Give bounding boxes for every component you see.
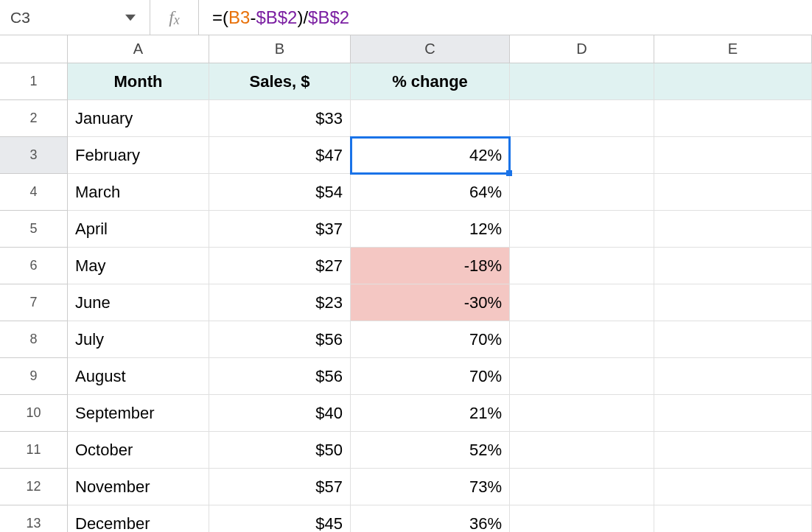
column-header-A[interactable]: A <box>68 35 209 63</box>
row-header-5[interactable]: 5 <box>0 211 68 248</box>
cell-E6[interactable] <box>654 248 812 284</box>
fx-icon[interactable]: fx <box>150 0 199 35</box>
spreadsheet-grid[interactable]: ABCDE1MonthSales, $% change2January$333F… <box>0 35 812 532</box>
cell-E11[interactable] <box>654 432 812 469</box>
select-all-corner[interactable] <box>0 35 68 63</box>
cell-E9[interactable] <box>654 358 812 395</box>
column-header-B[interactable]: B <box>209 35 351 63</box>
cell-D13[interactable] <box>510 505 654 532</box>
cell-D9[interactable] <box>510 358 654 395</box>
cell-E8[interactable] <box>654 321 812 358</box>
cell-A4[interactable]: March <box>68 174 209 211</box>
cell-C7[interactable]: -30% <box>351 284 510 321</box>
cell-A10[interactable]: September <box>68 395 209 432</box>
row-header-13[interactable]: 13 <box>0 505 68 532</box>
cell-B2[interactable]: $33 <box>209 100 351 137</box>
cell-C6[interactable]: -18% <box>351 248 510 284</box>
cell-A9[interactable]: August <box>68 358 209 395</box>
cell-D12[interactable] <box>510 469 654 505</box>
cell-E13[interactable] <box>654 505 812 532</box>
row-header-8[interactable]: 8 <box>0 321 68 358</box>
cell-B3[interactable]: $47 <box>209 137 351 174</box>
cell-D10[interactable] <box>510 395 654 432</box>
row-header-11[interactable]: 11 <box>0 432 68 469</box>
cell-E1[interactable] <box>654 63 812 100</box>
cell-D7[interactable] <box>510 284 654 321</box>
cell-E4[interactable] <box>654 174 812 211</box>
row-header-6[interactable]: 6 <box>0 248 68 284</box>
cell-C4[interactable]: 64% <box>351 174 510 211</box>
cell-value: 70% <box>469 330 502 349</box>
row-header-label: 11 <box>26 442 41 458</box>
row-header-10[interactable]: 10 <box>0 395 68 432</box>
cell-D8[interactable] <box>510 321 654 358</box>
cell-A6[interactable]: May <box>68 248 209 284</box>
cell-value: June <box>75 293 111 312</box>
cell-D4[interactable] <box>510 174 654 211</box>
name-box-dropdown[interactable] <box>111 0 150 35</box>
cell-A7[interactable]: June <box>68 284 209 321</box>
cell-B4[interactable]: $54 <box>209 174 351 211</box>
cell-C11[interactable]: 52% <box>351 432 510 469</box>
cell-B8[interactable]: $56 <box>209 321 351 358</box>
cell-E10[interactable] <box>654 395 812 432</box>
cell-D6[interactable] <box>510 248 654 284</box>
name-box[interactable]: C3 <box>0 0 111 35</box>
column-header-C[interactable]: C <box>351 35 510 63</box>
row-header-1[interactable]: 1 <box>0 63 68 100</box>
cell-E7[interactable] <box>654 284 812 321</box>
column-header-D[interactable]: D <box>510 35 654 63</box>
cell-A12[interactable]: November <box>68 469 209 505</box>
cell-value: September <box>75 404 155 423</box>
formula-segment: - <box>250 7 256 28</box>
cell-value: -30% <box>464 293 502 312</box>
row-header-9[interactable]: 9 <box>0 358 68 395</box>
cell-C3[interactable]: 42% <box>351 137 510 174</box>
column-header-label: A <box>133 41 143 57</box>
cell-C8[interactable]: 70% <box>351 321 510 358</box>
cell-B6[interactable]: $27 <box>209 248 351 284</box>
row-header-2[interactable]: 2 <box>0 100 68 137</box>
cell-C12[interactable]: 73% <box>351 469 510 505</box>
cell-value: 64% <box>469 183 502 202</box>
cell-E3[interactable] <box>654 137 812 174</box>
formula-input[interactable]: = ( B3 - $B$2 ) / $B$2 <box>199 0 812 35</box>
row-header-4[interactable]: 4 <box>0 174 68 211</box>
cell-A3[interactable]: February <box>68 137 209 174</box>
cell-C1[interactable]: % change <box>351 63 510 100</box>
cell-C9[interactable]: 70% <box>351 358 510 395</box>
column-header-E[interactable]: E <box>654 35 812 63</box>
cell-A13[interactable]: December <box>68 505 209 532</box>
cell-B12[interactable]: $57 <box>209 469 351 505</box>
cell-D3[interactable] <box>510 137 654 174</box>
cell-A1[interactable]: Month <box>68 63 209 100</box>
cell-E5[interactable] <box>654 211 812 248</box>
row-header-3[interactable]: 3 <box>0 137 68 174</box>
cell-B11[interactable]: $50 <box>209 432 351 469</box>
cell-B1[interactable]: Sales, $ <box>209 63 351 100</box>
cell-D1[interactable] <box>510 63 654 100</box>
cell-A11[interactable]: October <box>68 432 209 469</box>
cell-B9[interactable]: $56 <box>209 358 351 395</box>
cell-E2[interactable] <box>654 100 812 137</box>
cell-D2[interactable] <box>510 100 654 137</box>
cell-D5[interactable] <box>510 211 654 248</box>
cell-C13[interactable]: 36% <box>351 505 510 532</box>
cell-B10[interactable]: $40 <box>209 395 351 432</box>
cell-C2[interactable] <box>351 100 510 137</box>
cell-C5[interactable]: 12% <box>351 211 510 248</box>
cell-B7[interactable]: $23 <box>209 284 351 321</box>
row-header-7[interactable]: 7 <box>0 284 68 321</box>
cell-A5[interactable]: April <box>68 211 209 248</box>
cell-C10[interactable]: 21% <box>351 395 510 432</box>
row-header-label: 1 <box>29 74 37 89</box>
cell-E12[interactable] <box>654 469 812 505</box>
formula-segment: ( <box>223 7 228 28</box>
row-header-12[interactable]: 12 <box>0 469 68 505</box>
cell-B13[interactable]: $45 <box>209 505 351 532</box>
cell-A8[interactable]: July <box>68 321 209 358</box>
cell-B5[interactable]: $37 <box>209 211 351 248</box>
cell-D11[interactable] <box>510 432 654 469</box>
column-header-label: E <box>728 41 738 57</box>
cell-A2[interactable]: January <box>68 100 209 137</box>
